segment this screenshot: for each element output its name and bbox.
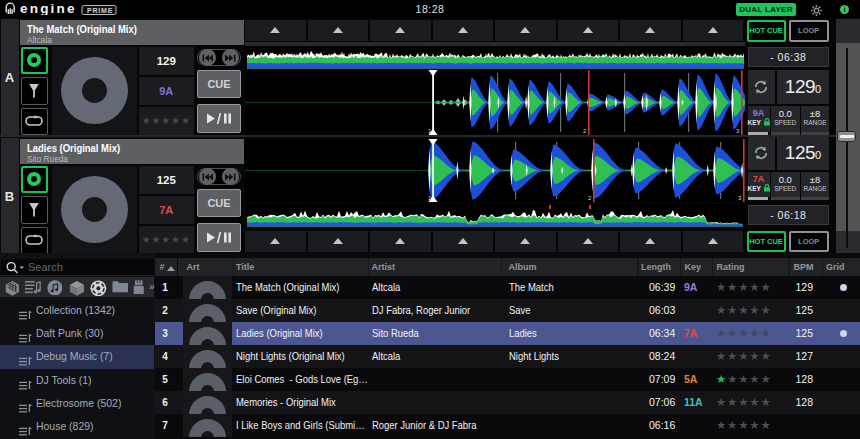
svg-text:2: 2 (583, 128, 587, 134)
svg-text:3: 3 (736, 128, 740, 134)
svg-text:PRIME: PRIME (87, 7, 113, 14)
svg-text:3: 3 (738, 195, 742, 201)
svg-text:engine: engine (20, 2, 77, 15)
svg-text:2: 2 (588, 195, 592, 201)
